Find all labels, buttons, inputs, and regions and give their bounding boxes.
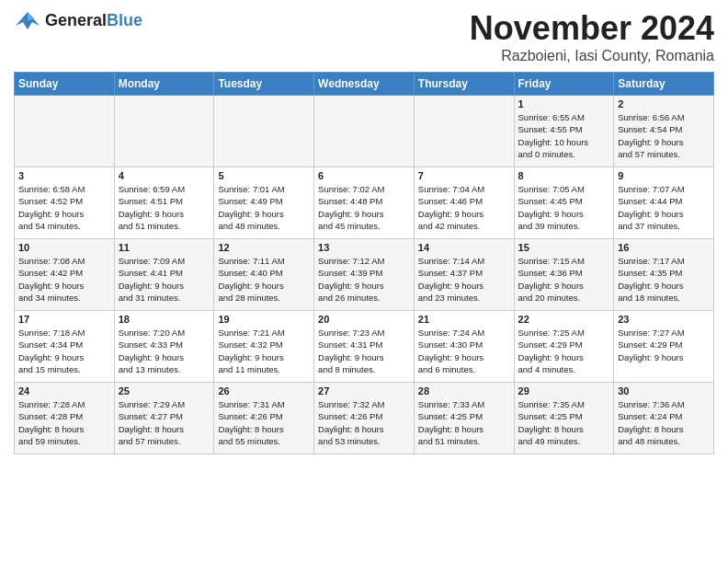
calendar-day-cell: 7Sunrise: 7:04 AMSunset: 4:46 PMDaylight… <box>414 167 514 239</box>
daylight-minutes: and 23 minutes. <box>418 293 481 303</box>
day-number: 19 <box>218 314 310 325</box>
sun-time: Sunrise: 7:08 AM <box>18 256 85 266</box>
sun-time: Sunset: 4:51 PM <box>119 196 183 206</box>
calendar-day-cell <box>114 96 214 167</box>
daylight-label: Daylight: 9 hours <box>618 352 683 362</box>
sun-time: Sunrise: 7:09 AM <box>119 256 185 266</box>
day-number: 5 <box>218 170 310 181</box>
day-number: 16 <box>618 242 710 253</box>
daylight-minutes: and 59 minutes. <box>18 436 81 446</box>
weekday-header: Tuesday <box>214 73 314 96</box>
logo-general: General <box>45 11 107 29</box>
daylight-minutes: and 57 minutes. <box>119 436 181 446</box>
day-number: 9 <box>618 170 710 181</box>
day-number: 12 <box>218 242 310 253</box>
daylight-minutes: and 31 minutes. <box>119 293 181 303</box>
calendar-day-cell: 9Sunrise: 7:07 AMSunset: 4:44 PMDaylight… <box>614 167 714 239</box>
day-number: 27 <box>318 385 410 396</box>
calendar-day-cell: 21Sunrise: 7:24 AMSunset: 4:30 PMDayligh… <box>414 311 514 383</box>
sun-time: Sunrise: 7:31 AM <box>218 399 284 409</box>
day-info: Sunrise: 7:28 AMSunset: 4:28 PMDaylight:… <box>18 398 110 447</box>
weekday-header: Saturday <box>614 73 714 96</box>
daylight-minutes: and 20 minutes. <box>518 293 581 303</box>
daylight-label: Daylight: 9 hours <box>218 281 283 291</box>
day-info: Sunrise: 7:35 AMSunset: 4:25 PMDaylight:… <box>518 398 610 447</box>
day-info: Sunrise: 7:36 AMSunset: 4:24 PMDaylight:… <box>618 398 710 447</box>
sun-time: Sunrise: 7:01 AM <box>218 184 284 194</box>
day-info: Sunrise: 7:31 AMSunset: 4:26 PMDaylight:… <box>218 398 310 447</box>
sun-time: Sunrise: 7:17 AM <box>618 256 684 266</box>
day-number: 30 <box>618 385 710 396</box>
day-number: 10 <box>18 242 110 253</box>
daylight-minutes: and 51 minutes. <box>119 221 181 231</box>
daylight-minutes: and 49 minutes. <box>518 436 581 446</box>
daylight-label: Daylight: 8 hours <box>218 424 283 434</box>
day-number: 21 <box>418 314 510 325</box>
calendar-day-cell: 3Sunrise: 6:58 AMSunset: 4:52 PMDaylight… <box>15 167 115 239</box>
calendar-day-cell: 13Sunrise: 7:12 AMSunset: 4:39 PMDayligh… <box>314 239 415 311</box>
daylight-label: Daylight: 9 hours <box>618 137 683 147</box>
day-info: Sunrise: 7:09 AMSunset: 4:41 PMDaylight:… <box>119 255 210 304</box>
calendar-day-cell: 18Sunrise: 7:20 AMSunset: 4:33 PMDayligh… <box>114 311 214 383</box>
day-info: Sunrise: 7:20 AMSunset: 4:33 PMDaylight:… <box>119 327 210 375</box>
sun-time: Sunrise: 7:11 AM <box>218 256 284 266</box>
daylight-label: Daylight: 9 hours <box>518 352 584 362</box>
daylight-minutes: and 6 minutes. <box>418 364 475 374</box>
day-info: Sunrise: 7:33 AMSunset: 4:25 PMDaylight:… <box>418 398 510 447</box>
day-info: Sunrise: 6:59 AMSunset: 4:51 PMDaylight:… <box>119 183 210 232</box>
sun-time: Sunrise: 7:25 AM <box>518 327 585 338</box>
daylight-label: Daylight: 9 hours <box>119 209 184 219</box>
sun-time: Sunrise: 7:28 AM <box>18 399 85 409</box>
sun-time: Sunrise: 7:29 AM <box>119 399 185 409</box>
calendar-day-cell: 19Sunrise: 7:21 AMSunset: 4:32 PMDayligh… <box>214 311 314 383</box>
calendar-day-cell: 12Sunrise: 7:11 AMSunset: 4:40 PMDayligh… <box>214 239 314 311</box>
weekday-header: Friday <box>514 73 614 96</box>
daylight-label: Daylight: 8 hours <box>18 424 84 434</box>
day-info: Sunrise: 6:58 AMSunset: 4:52 PMDaylight:… <box>18 183 110 232</box>
sun-time: Sunset: 4:45 PM <box>518 196 583 206</box>
day-number: 2 <box>618 98 710 109</box>
sun-time: Sunset: 4:27 PM <box>119 411 183 421</box>
sun-time: Sunset: 4:40 PM <box>218 268 282 278</box>
sun-time: Sunset: 4:41 PM <box>119 268 183 278</box>
sun-time: Sunset: 4:39 PM <box>318 268 382 278</box>
daylight-minutes: and 18 minutes. <box>618 293 680 303</box>
calendar-day-cell <box>314 96 415 167</box>
daylight-minutes: and 53 minutes. <box>318 436 381 446</box>
day-info: Sunrise: 7:25 AMSunset: 4:29 PMDaylight:… <box>518 327 610 375</box>
weekday-header: Wednesday <box>314 73 415 96</box>
logo-text: GeneralBlue <box>45 11 142 30</box>
sun-time: Sunrise: 7:24 AM <box>418 327 484 338</box>
sun-time: Sunset: 4:25 PM <box>518 411 583 421</box>
sun-time: Sunset: 4:37 PM <box>418 268 483 278</box>
weekday-header: Sunday <box>15 73 115 96</box>
sun-time: Sunset: 4:48 PM <box>318 196 382 206</box>
main-container: GeneralBlue November 2024 Razboieni, Ias… <box>0 0 728 464</box>
sun-time: Sunset: 4:30 PM <box>418 339 483 350</box>
day-number: 15 <box>518 242 610 253</box>
logo: GeneralBlue <box>14 9 142 32</box>
sun-time: Sunrise: 7:07 AM <box>618 184 684 194</box>
sun-time: Sunset: 4:26 PM <box>218 411 282 421</box>
day-info: Sunrise: 7:11 AMSunset: 4:40 PMDaylight:… <box>218 255 310 304</box>
day-info: Sunrise: 6:55 AMSunset: 4:55 PMDaylight:… <box>518 111 610 160</box>
daylight-minutes: and 48 minutes. <box>218 221 280 231</box>
calendar-day-cell: 25Sunrise: 7:29 AMSunset: 4:27 PMDayligh… <box>114 383 214 454</box>
day-number: 14 <box>418 242 510 253</box>
sun-time: Sunset: 4:31 PM <box>318 339 382 350</box>
calendar-day-cell: 10Sunrise: 7:08 AMSunset: 4:42 PMDayligh… <box>15 239 115 311</box>
daylight-label: Daylight: 9 hours <box>418 209 483 219</box>
sun-time: Sunset: 4:54 PM <box>618 124 682 134</box>
calendar-day-cell: 23Sunrise: 7:27 AMSunset: 4:29 PMDayligh… <box>614 311 714 383</box>
day-info: Sunrise: 7:08 AMSunset: 4:42 PMDaylight:… <box>18 255 110 304</box>
daylight-label: Daylight: 8 hours <box>418 424 483 434</box>
calendar-day-cell: 5Sunrise: 7:01 AMSunset: 4:49 PMDaylight… <box>214 167 314 239</box>
sun-time: Sunrise: 7:33 AM <box>418 399 484 409</box>
daylight-minutes: and 11 minutes. <box>218 364 280 374</box>
daylight-label: Daylight: 9 hours <box>218 209 283 219</box>
daylight-label: Daylight: 8 hours <box>618 424 683 434</box>
day-number: 25 <box>119 385 210 396</box>
sun-time: Sunset: 4:25 PM <box>418 411 483 421</box>
calendar-day-cell: 11Sunrise: 7:09 AMSunset: 4:41 PMDayligh… <box>114 239 214 311</box>
sun-time: Sunrise: 6:55 AM <box>518 112 585 122</box>
